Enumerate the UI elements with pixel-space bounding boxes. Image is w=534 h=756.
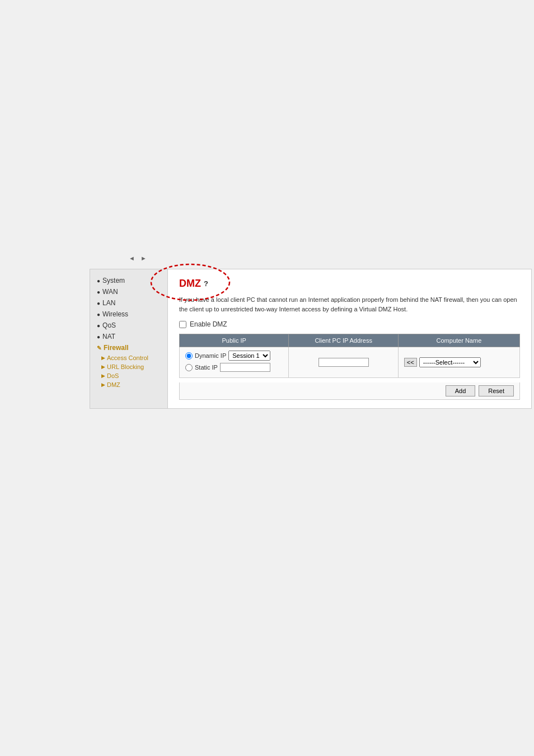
wan-bullet: ● (97, 289, 100, 295)
sidebar-subitem-dmz-label: DMZ (107, 381, 120, 388)
dmz-table: Public IP Client PC IP Address Computer … (179, 334, 520, 378)
computer-select[interactable]: ------Select------ (419, 357, 481, 367)
pencil-icon: ✎ (97, 345, 101, 351)
system-bullet: ● (97, 278, 100, 284)
static-ip-row: Static IP (185, 363, 283, 372)
dynamic-ip-row: Dynamic IP Session 1 Session 2 Session 3 (185, 351, 283, 361)
back-arrow[interactable]: ◄ (129, 255, 135, 262)
sidebar-item-qos[interactable]: ● QoS (90, 320, 167, 331)
dos-arrow: ▶ (101, 373, 105, 379)
col-client-pc: Client PC IP Address (289, 334, 398, 347)
sidebar-item-system-label: System (102, 277, 125, 284)
populate-button[interactable]: << (404, 358, 417, 367)
enable-dmz-row: Enable DMZ (179, 320, 520, 328)
content-panel: DMZ ? If you have a local client PC that… (168, 269, 532, 409)
sidebar-item-wireless-label: Wireless (102, 310, 128, 318)
static-ip-input[interactable] (220, 363, 270, 372)
table-row: Dynamic IP Session 1 Session 2 Session 3… (180, 347, 520, 378)
sidebar-item-system[interactable]: ● System (90, 275, 167, 286)
sidebar-item-nat[interactable]: ● NAT (90, 331, 167, 342)
computer-name-row: << ------Select------ (404, 357, 514, 367)
nat-bullet: ● (97, 334, 100, 340)
static-ip-radio[interactable] (185, 364, 193, 371)
description-text: If you have a local client PC that canno… (179, 295, 520, 314)
sidebar-subitem-access-control[interactable]: ▶ Access Control (90, 353, 167, 362)
dmz-title-area: DMZ ? (179, 278, 520, 290)
dmz-arrow: ▶ (101, 382, 105, 388)
col-public-ip: Public IP (180, 334, 289, 347)
sidebar-subitem-url-blocking[interactable]: ▶ URL Blocking (90, 362, 167, 371)
sidebar-item-wireless[interactable]: ● Wireless (90, 309, 167, 320)
main-content: ● System ● WAN ● LAN ● Wireless ● QoS ● (90, 269, 532, 409)
sidebar-item-wan[interactable]: ● WAN (90, 286, 167, 297)
client-pc-cell (289, 347, 398, 378)
wireless-bullet: ● (97, 311, 100, 318)
dmz-help-icon[interactable]: ? (204, 279, 208, 288)
session-select[interactable]: Session 1 Session 2 Session 3 (228, 351, 270, 361)
sidebar-item-nat-label: NAT (102, 333, 115, 340)
action-buttons: Add Reset (179, 382, 520, 400)
dmz-title: DMZ ? (179, 278, 208, 290)
sidebar-subitem-access-control-label: Access Control (107, 354, 148, 361)
enable-dmz-label[interactable]: Enable DMZ (190, 320, 227, 328)
sidebar: ● System ● WAN ● LAN ● Wireless ● QoS ● (90, 269, 168, 409)
dmz-title-text: DMZ (179, 278, 201, 290)
sidebar-item-lan-label: LAN (102, 299, 115, 307)
sidebar-subitem-url-blocking-label: URL Blocking (107, 363, 144, 370)
public-ip-cell: Dynamic IP Session 1 Session 2 Session 3… (180, 347, 289, 378)
page-container: ◄ ► ● System ● WAN ● LAN ● Wireless (0, 0, 534, 756)
forward-arrow[interactable]: ► (140, 255, 147, 262)
access-control-arrow: ▶ (101, 355, 105, 361)
dynamic-ip-label: Dynamic IP (195, 352, 226, 359)
sidebar-item-firewall-label: Firewall (104, 344, 129, 352)
lan-bullet: ● (97, 300, 100, 306)
dynamic-ip-radio[interactable] (185, 352, 193, 360)
enable-dmz-checkbox[interactable] (179, 321, 186, 328)
reset-button[interactable]: Reset (479, 385, 514, 396)
nav-arrows: ◄ ► (129, 255, 147, 262)
static-ip-label: Static IP (195, 364, 218, 371)
url-blocking-arrow: ▶ (101, 364, 105, 370)
qos-bullet: ● (97, 323, 100, 329)
sidebar-item-qos-label: QoS (102, 321, 116, 329)
sidebar-subitem-dos-label: DoS (107, 372, 119, 379)
client-pc-ip-input[interactable] (318, 358, 369, 367)
sidebar-subitem-dos[interactable]: ▶ DoS (90, 371, 167, 380)
sidebar-item-firewall[interactable]: ✎ Firewall (90, 342, 167, 353)
computer-name-cell: << ------Select------ (398, 347, 519, 378)
add-button[interactable]: Add (446, 385, 476, 396)
sidebar-item-lan[interactable]: ● LAN (90, 297, 167, 309)
col-computer-name: Computer Name (398, 334, 519, 347)
sidebar-subitem-dmz[interactable]: ▶ DMZ (90, 380, 167, 389)
sidebar-item-wan-label: WAN (102, 288, 118, 296)
